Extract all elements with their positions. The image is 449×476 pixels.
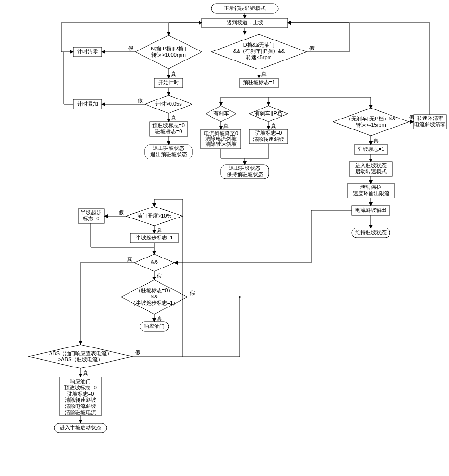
- edge-true: 真: [171, 71, 176, 77]
- edge-true: 真: [223, 123, 229, 129]
- decision-abs-l2: >ABS（驻坡电流）: [58, 357, 103, 362]
- edge-true: 真: [373, 138, 379, 143]
- edge-true: 真: [157, 316, 162, 321]
- decision-hold0half1-l1: （驻坡标志=0）: [136, 288, 173, 293]
- decision-and-label: &&: [151, 259, 158, 265]
- process-current-out-label: 电流斜坡输出: [355, 207, 387, 213]
- process-half-0-l1: 半坡起步: [80, 209, 101, 215]
- process-brake-actions-l3: 清除转速斜坡: [205, 141, 237, 147]
- edge-false: 假: [138, 98, 143, 103]
- terminal-enter-half-hill-label: 进入半坡启动状态: [60, 425, 101, 430]
- process-respond-l3: 驻坡标志=0: [67, 391, 94, 397]
- process-speed-clear-l1: 转速环清零: [417, 115, 443, 121]
- terminal-respond-throttle-label: 响应油门: [144, 323, 165, 329]
- terminal-maintain-hold-label: 维持驻坡状态: [355, 229, 387, 235]
- process-respond-l6: 清除驻坡电流: [65, 409, 96, 415]
- terminal-exit-keep-pre-l2: 保持预驻坡状态: [227, 171, 263, 177]
- edge-false: 假: [135, 349, 140, 355]
- decision-throttle-label: 油门开度>10%: [137, 213, 172, 218]
- process-half-0-l2: 标志=0: [82, 216, 100, 221]
- edge-true: 真: [171, 115, 176, 120]
- decision-nobrake-l2: 转速<-15rpm: [356, 122, 386, 128]
- edge-false: 假: [309, 45, 315, 51]
- decision-dgear-l3: 转速<5rpm: [246, 54, 272, 60]
- decision-abs-l1: ABS（油门响应查表电流）: [49, 350, 112, 356]
- decision-dgear-l2: &&（有刹车||P挡）&&: [233, 48, 285, 54]
- process-hold1-label: 驻坡标志=1: [358, 146, 385, 152]
- process-pre-hold-0-l2: 驻坡标志=0: [155, 129, 182, 134]
- edge-false: 假: [128, 45, 133, 51]
- process-respond-l5: 清除电流斜坡: [65, 403, 96, 409]
- edge-true: 真: [83, 370, 88, 376]
- process-hold0-l1: 驻坡标志=0: [255, 130, 282, 136]
- process-respond-l4: 清除转速斜坡: [65, 397, 96, 403]
- decision-npr-l1: N挡||P挡||R挡||: [151, 46, 186, 51]
- edge-false: 假: [190, 290, 195, 296]
- decision-hold0half1-l2: &&: [151, 294, 158, 299]
- edge-false: 假: [157, 273, 162, 278]
- flowchart: 正常行驶转矩模式 遇到坡道，上坡 N挡||P挡||R挡|| 转速>1000rpm…: [2, 2, 447, 474]
- terminal-exit-hold-l1: 退出驻坡状态: [153, 145, 184, 151]
- edge-false: 假: [119, 209, 124, 215]
- terminal-start-label: 正常行驶转矩模式: [224, 5, 266, 11]
- decision-timer-label: 计时>0.05s: [155, 101, 182, 107]
- process-pre-hold-1-label: 预驻坡标志=1: [243, 79, 275, 85]
- process-start-timer-label: 开始计时: [158, 79, 179, 85]
- edge-true: 真: [127, 256, 132, 262]
- edge-true: 真: [271, 123, 276, 129]
- terminal-exit-hold-l2: 退出预驻坡状态: [150, 151, 187, 157]
- process-half-1-label: 半坡起步标志=1: [136, 235, 173, 240]
- process-speed-clear-l2: 电流斜坡清零: [414, 121, 446, 127]
- decision-dgear-l1: D挡&&无油门: [243, 42, 275, 48]
- edge-true: 真: [261, 71, 267, 77]
- process-enter-hold-l2: 启动转速模式: [355, 169, 387, 174]
- decision-brake-p-label: 有刹车||P档: [255, 110, 282, 116]
- process-enter-hold-l1: 进入驻坡状态: [355, 162, 387, 168]
- decision-npr-l2: 转速>1000rpm: [151, 52, 186, 58]
- terminal-exit-keep-pre-l1: 退出驻坡状态: [229, 165, 260, 171]
- edge-true: 真: [157, 227, 162, 233]
- process-timer-acc-label: 计时累加: [77, 101, 98, 107]
- decision-hold0half1-l3: （半坡起步标志=1）: [130, 300, 179, 306]
- process-slope-label: 遇到坡道，上坡: [227, 20, 263, 25]
- decision-brake-label: 有刹车: [213, 110, 229, 116]
- process-respond-l2: 预驻坡标志=0: [64, 385, 97, 390]
- process-hold0-l2: 清除转速斜坡: [253, 136, 284, 142]
- process-respond-l1: 响应油门: [70, 378, 91, 384]
- process-stall-l1: 堵转保护: [360, 184, 381, 190]
- process-stall-l2: 速度环输出限流: [353, 190, 389, 196]
- process-timer-clear-label: 计时清零: [77, 49, 98, 54]
- decision-nobrake-l1: （无刹车||无P档）&&: [346, 116, 396, 121]
- process-pre-hold-0-l1: 预驻坡标志=0: [152, 122, 185, 128]
